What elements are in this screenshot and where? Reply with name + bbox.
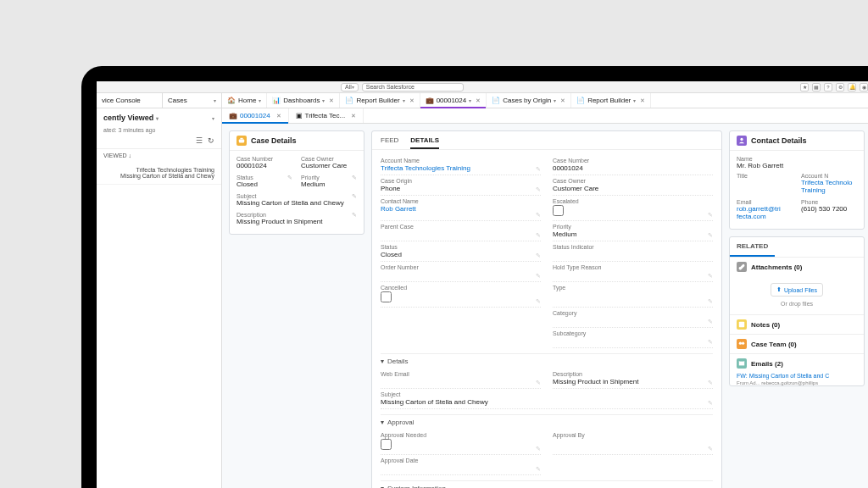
close-icon[interactable]: ✕ (476, 97, 481, 104)
related-notes[interactable]: Notes (0) (730, 314, 864, 334)
related-emails[interactable]: Emails (2) (730, 353, 864, 373)
list-view-title[interactable]: cently Viewed ▾ (103, 114, 159, 122)
pencil-icon[interactable]: ✎ (536, 446, 541, 452)
attachment-icon (737, 262, 747, 272)
field-account: Account NTrifecta Technolo Training (801, 171, 857, 196)
field-case-owner: Case OwnerCustomer Care (553, 175, 713, 196)
pencil-icon[interactable]: ✎ (708, 380, 713, 386)
field-parent-case: Parent Case✎ (381, 221, 541, 241)
field-subject: SubjectMissing Carton of Stella and Chew… (381, 389, 713, 409)
right-col: Contact Details NameMr. Rob Garrett Titl… (729, 130, 865, 488)
pencil-icon[interactable]: ✎ (536, 466, 541, 473)
related-title: RELATED (730, 237, 775, 257)
tab-feed[interactable]: FEED (381, 136, 398, 149)
field-contact-name: NameMr. Rob Garrett (737, 154, 857, 171)
team-icon (737, 339, 747, 349)
cancelled-checkbox[interactable] (381, 291, 392, 302)
list-display-icon[interactable]: ☰ (196, 136, 203, 145)
escalated-checkbox[interactable] (553, 205, 564, 216)
report-icon: 📄 (345, 97, 353, 104)
tab-report-builder[interactable]: 📄 Report Builder▾✕ (340, 93, 420, 108)
gear-icon[interactable]: ⚙ (836, 83, 844, 92)
tab-details[interactable]: DETAILS (410, 136, 439, 149)
field-case-owner: Case OwnerCustomer Care (301, 154, 357, 171)
sub-tabs: 💼 00001024 ✕ ▣ Trifecta Tec... ✕ (222, 108, 868, 124)
field-priority: ✎PriorityMedium (301, 173, 357, 190)
tab-dashboards[interactable]: 📊 Dashboards▾✕ (267, 93, 340, 108)
tab-report-builder-2[interactable]: 📄 Report Builder▾✕ (571, 93, 651, 108)
object-selector[interactable]: Cases▾ (163, 93, 222, 108)
sub-tab-account[interactable]: ▣ Trifecta Tec... ✕ (289, 108, 364, 123)
card-title: Contact Details (751, 136, 807, 145)
tab-case-00001024[interactable]: 💼 00001024▾✕ (420, 93, 487, 108)
body: cently Viewed ▾ ▾ ated: 3 minutes ago ☰ … (97, 108, 868, 488)
pencil-icon[interactable]: ✎ (708, 212, 713, 219)
close-icon[interactable]: ✕ (329, 97, 334, 104)
pencil-icon[interactable]: ✎ (708, 319, 713, 325)
list-filter-icon[interactable]: ▾ (212, 115, 214, 121)
field-category: Category✎ (553, 308, 713, 328)
report-icon: 📄 (576, 97, 585, 104)
sub-tab-case[interactable]: 💼 00001024 ✕ (222, 108, 289, 123)
pencil-icon[interactable]: ✎ (287, 175, 292, 181)
svg-point-2 (740, 138, 743, 141)
bell-icon[interactable]: 🔔 (848, 83, 856, 92)
approval-checkbox[interactable] (381, 439, 392, 450)
screen: All ▾ Search Salesforce ★ ▦ ? ⚙ 🔔 ◉ vice… (97, 81, 868, 488)
section-system-info[interactable]: ▾System Information (381, 480, 713, 488)
svg-rect-1 (240, 138, 242, 140)
field-subject: ✎SubjectMissing Carton of Stella and Che… (236, 191, 357, 208)
help-icon[interactable]: ? (824, 83, 832, 92)
related-attachments[interactable]: Attachments (0) (730, 258, 864, 276)
pencil-icon[interactable]: ✎ (536, 273, 541, 280)
favorite-icon[interactable]: ★ (800, 83, 809, 92)
scope-pill[interactable]: All ▾ (341, 83, 359, 92)
pencil-icon[interactable]: ✎ (352, 212, 357, 219)
related-case-team[interactable]: Case Team (0) (730, 334, 864, 353)
pencil-icon[interactable]: ✎ (536, 380, 541, 386)
field-priority: PriorityMedium✎ (553, 221, 713, 241)
workspace-tabs: vice Console Cases▾ 🏠 Home▾ 📊 Dashboards… (97, 93, 868, 108)
tab-cases-by-origin[interactable]: 📄 Cases by Origin▾✕ (487, 93, 571, 108)
case-icon (236, 136, 247, 146)
email-subject-link[interactable]: FW: Missing Carton of Stella and C (730, 373, 864, 380)
pencil-icon[interactable]: ✎ (708, 232, 713, 239)
pencil-icon[interactable]: ✎ (352, 193, 357, 200)
list-item[interactable]: Trifecta Technologies Training Missing C… (97, 162, 221, 185)
avatar-icon[interactable]: ◉ (860, 83, 868, 92)
left-sidebar: cently Viewed ▾ ▾ ated: 3 minutes ago ☰ … (97, 108, 222, 488)
field-hold-type: Hold Type Reason✎ (553, 262, 713, 282)
close-icon[interactable]: ✕ (409, 97, 415, 104)
upload-files-button[interactable]: ⬆Upload Files (771, 283, 823, 297)
close-icon[interactable]: ✕ (276, 113, 281, 119)
global-search[interactable]: Search Salesforce (362, 83, 464, 92)
pencil-icon[interactable]: ✎ (536, 166, 541, 173)
close-icon[interactable]: ✕ (640, 97, 645, 104)
pencil-icon[interactable]: ✎ (708, 273, 713, 280)
viewed-header: VIEWED ↓ (97, 148, 221, 162)
pencil-icon[interactable]: ✎ (536, 252, 541, 259)
close-icon[interactable]: ✕ (560, 97, 565, 104)
list-updated-label: ated: 3 minutes ago (97, 127, 221, 136)
refresh-icon[interactable]: ↻ (208, 136, 214, 145)
section-approval[interactable]: ▾Approval (381, 414, 713, 430)
field-approval-date: Approval Date✎ (381, 455, 541, 475)
pencil-icon[interactable]: ✎ (352, 175, 357, 181)
section-details[interactable]: ▾Details (381, 353, 713, 369)
field-description: ✎DescriptionMissing Product in Shipment (236, 210, 357, 227)
pencil-icon[interactable]: ✎ (536, 298, 541, 305)
account-icon: ▣ (296, 112, 303, 119)
pencil-icon[interactable]: ✎ (708, 446, 713, 452)
pencil-icon[interactable]: ✎ (536, 232, 541, 239)
dashboard-icon: 📊 (272, 97, 281, 104)
pencil-icon[interactable]: ✎ (536, 212, 541, 219)
field-status: ✎StatusClosed (236, 173, 292, 190)
close-icon[interactable]: ✕ (351, 113, 356, 119)
grid-icon[interactable]: ▦ (812, 83, 821, 92)
pencil-icon[interactable]: ✎ (536, 186, 541, 193)
pencil-icon[interactable]: ✎ (708, 298, 713, 305)
notes-icon (737, 319, 747, 330)
pencil-icon[interactable]: ✎ (708, 400, 713, 407)
tab-home[interactable]: 🏠 Home▾ (222, 93, 267, 108)
pencil-icon[interactable]: ✎ (708, 339, 713, 346)
